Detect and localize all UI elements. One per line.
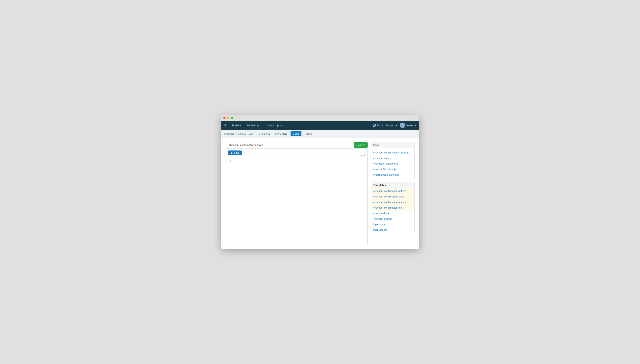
- file-item-4[interactable]: checkout5-custom.js: [371, 166, 414, 172]
- logo-icon: ✈: [224, 123, 227, 128]
- template-item-6[interactable]: checkout-header: [371, 216, 414, 222]
- maximize-button[interactable]: [231, 117, 233, 119]
- line-numbers: 1: [228, 159, 231, 243]
- file-item-2[interactable]: checkout-custom.css: [371, 156, 414, 161]
- code-editor: Save ⋮ 1: [226, 148, 368, 245]
- subnav-myorders[interactable]: My Orders: [273, 131, 290, 136]
- user-chevron-icon: [414, 125, 416, 126]
- main-content: checkout-confirmation-bottom New Save ⋮: [221, 138, 419, 249]
- close-button[interactable]: [223, 117, 226, 119]
- editor-body[interactable]: 1: [226, 158, 367, 245]
- avatar: D: [400, 122, 405, 128]
- topnav-left: ✈ Portal MinhaLoja MinhaLoja: [224, 123, 283, 128]
- files-section-header: Files: [371, 142, 414, 148]
- titlebar: [221, 115, 419, 121]
- save-button[interactable]: Save: [228, 150, 242, 155]
- sub-nav: Websites > Default Edit Checkout My Orde…: [221, 130, 419, 138]
- file-item-1[interactable]: checkout-confirmation-custom.js: [371, 150, 414, 156]
- right-sidebar: Files checkout-confirmation-custom.js ch…: [371, 142, 414, 245]
- support-menu[interactable]: Support: [385, 124, 397, 127]
- subnav-checkout[interactable]: Checkout: [256, 131, 272, 136]
- breadcrumb: Websites > Default: [224, 132, 246, 135]
- subnav-edit[interactable]: Edit: [247, 131, 256, 136]
- globe-icon: 🌐: [373, 124, 376, 127]
- template-item-2[interactable]: checkout-confirmation-footer: [371, 194, 414, 200]
- portal-nav-chevron-icon: [240, 125, 242, 126]
- portal-nav-item[interactable]: Portal: [231, 123, 243, 128]
- user-label: Daniel: [406, 124, 413, 127]
- tab-bar: checkout-confirmation-bottom New: [226, 142, 368, 148]
- tab-container: checkout-confirmation-bottom: [226, 142, 266, 148]
- language-chevron-icon: [381, 125, 383, 126]
- template-item-1[interactable]: checkout-confirmation-bottom: [371, 188, 414, 194]
- template-item-8[interactable]: login-header: [371, 227, 414, 233]
- files-section-body: checkout-confirmation-custom.js checkout…: [371, 148, 414, 179]
- floppy-icon: [230, 152, 233, 154]
- more-options-button[interactable]: ⋮: [360, 150, 365, 156]
- subnav-pages[interactable]: Pages: [302, 131, 314, 136]
- template-item-7[interactable]: login-footer: [371, 222, 414, 227]
- minhaloja1-nav-item[interactable]: MinhaLoja: [246, 123, 263, 128]
- top-nav: ✈ Portal MinhaLoja MinhaLoja 🌐 EN Sup: [221, 121, 419, 130]
- language-label: EN: [377, 124, 380, 127]
- active-tab[interactable]: checkout-confirmation-bottom: [226, 142, 266, 148]
- subnav-code[interactable]: Code: [291, 131, 301, 136]
- minhaloja1-nav-label: MinhaLoja: [247, 124, 259, 127]
- main-window: ✈ Portal MinhaLoja MinhaLoja 🌐 EN Sup: [221, 115, 419, 249]
- minhaloja1-chevron-icon: [260, 125, 262, 126]
- save-button-label: Save: [234, 152, 239, 154]
- files-section: Files checkout-confirmation-custom.js ch…: [371, 142, 414, 180]
- code-area[interactable]: [233, 159, 366, 243]
- support-chevron-icon: [396, 125, 397, 126]
- file-item-5[interactable]: orderplaced2-custom.js: [371, 172, 414, 178]
- topnav-right: 🌐 EN Support D Daniel: [373, 122, 416, 128]
- file-item-3[interactable]: checkout5-custom.css: [371, 161, 414, 166]
- new-button[interactable]: New: [354, 142, 367, 148]
- more-options-icon: ⋮: [361, 151, 364, 154]
- minhaloja2-nav-label: MinhaLoja: [267, 124, 279, 127]
- minimize-button[interactable]: [227, 117, 229, 119]
- editor-toolbar: Save ⋮: [226, 148, 367, 158]
- templates-section-body: checkout-confirmation-bottom checkout-co…: [371, 188, 414, 233]
- line-number-1: 1: [228, 159, 231, 163]
- tab-label: checkout-confirmation-bottom: [229, 144, 263, 146]
- template-item-3[interactable]: checkout-confirmation-header: [371, 200, 414, 205]
- template-item-4[interactable]: checkout-confirmation-top: [371, 205, 414, 210]
- language-selector[interactable]: 🌐 EN: [373, 124, 383, 127]
- new-button-label: New: [356, 144, 362, 146]
- new-button-chevron-icon: [363, 144, 365, 146]
- minhaloja2-nav-item[interactable]: MinhaLoja: [266, 123, 283, 128]
- templates-section: Templates checkout-confirmation-bottom c…: [371, 182, 414, 233]
- editor-panel: checkout-confirmation-bottom New Save ⋮: [226, 142, 368, 245]
- minhaloja2-chevron-icon: [280, 125, 282, 126]
- portal-nav-label: Portal: [232, 124, 239, 127]
- template-item-5[interactable]: checkout-footer: [371, 210, 414, 216]
- templates-section-header: Templates: [371, 182, 414, 188]
- user-menu[interactable]: D Daniel: [400, 122, 416, 128]
- support-label: Support: [385, 124, 394, 127]
